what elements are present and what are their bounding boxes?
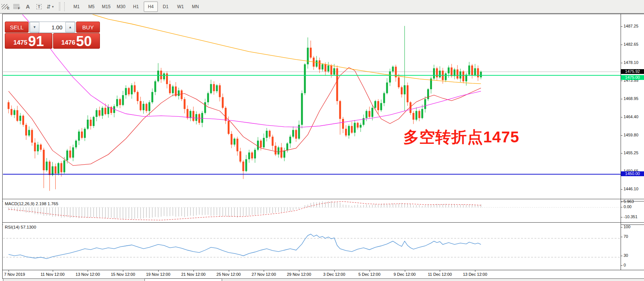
- candle-down: [274, 146, 276, 154]
- background-window-top-2[interactable]: [222, 278, 644, 281]
- candle-up: [304, 64, 306, 93]
- candle-down: [146, 104, 147, 111]
- rsi-axis-label-tick: [621, 256, 622, 256]
- candle-up: [316, 60, 318, 67]
- time-axis-tick: [53, 270, 53, 272]
- candle-down: [31, 130, 33, 143]
- candle-up: [371, 108, 373, 117]
- candle-up: [292, 130, 294, 137]
- price-axis-label: 1473.55: [624, 78, 638, 83]
- time-axis-tick: [475, 270, 475, 272]
- price-axis-label: 1450.65: [624, 169, 638, 173]
- candle-up: [157, 71, 159, 81]
- candle-up: [360, 125, 362, 127]
- candle-up: [421, 109, 423, 118]
- candle-up: [189, 111, 191, 118]
- candle-down: [213, 84, 215, 91]
- ma-fast-red-line: [9, 68, 481, 166]
- buy-button[interactable]: BUY: [76, 22, 100, 33]
- price-axis-label: 1459.80: [624, 133, 638, 137]
- candle-down: [401, 87, 403, 94]
- candle-up: [46, 162, 48, 170]
- candle-down: [25, 125, 27, 136]
- dropdown-caret-icon[interactable]: ▾: [52, 5, 54, 9]
- sell-price-display[interactable]: 1475 91: [5, 33, 52, 49]
- timeframe-button-h4[interactable]: H4: [144, 1, 158, 12]
- background-window-top-1[interactable]: [3, 278, 145, 281]
- macd-axis-label-tick: [621, 217, 622, 217]
- timeframe-button-m30[interactable]: M30: [114, 1, 128, 12]
- time-axis[interactable]: 7 Nov 201911 Nov 12:0013 Nov 12:0015 Nov…: [3, 270, 644, 278]
- candle-up: [348, 126, 350, 136]
- price-badge-1450.00: 1450.00: [621, 171, 644, 176]
- macd-signal-line: [9, 201, 481, 220]
- time-axis-tick: [229, 270, 229, 272]
- candle-up: [84, 129, 86, 138]
- time-axis-tick: [123, 270, 123, 272]
- sell-button[interactable]: SELL: [5, 22, 29, 33]
- candle-up: [328, 65, 329, 71]
- candle-down: [471, 65, 473, 75]
- time-axis-tick: [88, 270, 88, 272]
- candle-down: [225, 108, 227, 121]
- candle-down: [310, 48, 312, 58]
- time-axis-tick: [405, 270, 405, 272]
- letter-t-glyph: T: [36, 4, 42, 9]
- candle-down: [69, 151, 71, 158]
- time-axis-label: 19 Nov 12:00: [146, 272, 170, 277]
- timeframe-button-m1[interactable]: M1: [69, 1, 84, 12]
- price-axis-label: 1464.40: [624, 114, 638, 119]
- candle-up: [234, 139, 235, 145]
- candle-up: [75, 140, 77, 147]
- hatch-lines-e-icon[interactable]: E: [0, 1, 11, 12]
- buy-price-display[interactable]: 1476 50: [53, 33, 100, 49]
- timeframe-button-m5[interactable]: M5: [84, 1, 98, 12]
- candle-down: [166, 73, 168, 84]
- candle-up: [204, 102, 206, 113]
- text-label-icon[interactable]: A: [23, 1, 33, 12]
- ma-slow-orange-line: [85, 14, 481, 84]
- text-box-icon[interactable]: T: [34, 1, 44, 12]
- rsi-panel-plot[interactable]: [3, 225, 621, 270]
- candle-up: [125, 88, 127, 95]
- candle-up: [207, 93, 209, 102]
- volume-input[interactable]: 1.00: [39, 22, 65, 32]
- time-axis-tick: [193, 270, 194, 272]
- timeframe-button-d1[interactable]: D1: [159, 1, 173, 12]
- price-axis-label-tick: [621, 189, 622, 190]
- candle-down: [398, 77, 400, 87]
- timeframe-button-m15[interactable]: M15: [99, 1, 113, 12]
- candle-up: [245, 159, 247, 171]
- candle-up: [374, 101, 376, 108]
- time-axis-label: 21 Nov 12:00: [181, 272, 205, 277]
- time-axis-label: 27 Nov 12:00: [252, 272, 276, 277]
- candle-up: [107, 107, 109, 114]
- rsi-line: [9, 234, 481, 259]
- volume-decrease-button[interactable]: ▼: [30, 22, 39, 32]
- candle-up: [143, 104, 144, 110]
- timeframe-button-w1[interactable]: W1: [173, 1, 188, 12]
- candle-down: [134, 85, 136, 92]
- cycle-arrows-icon[interactable]: ⇵ ▾: [45, 1, 55, 12]
- candle-up: [333, 68, 335, 75]
- price-axis-label: 1482.65: [624, 42, 638, 46]
- candle-up: [301, 93, 303, 125]
- candle-down: [357, 123, 359, 127]
- timeframe-button-mn[interactable]: MN: [188, 1, 202, 12]
- candle-down: [49, 162, 51, 175]
- price-axis-label: 1455.25: [624, 151, 638, 155]
- candle-up: [416, 111, 417, 120]
- candle-down: [140, 101, 142, 110]
- candle-down: [325, 64, 326, 71]
- time-axis-tick: [370, 270, 370, 272]
- rsi-label: RSI(14) 57.1300: [5, 225, 36, 229]
- time-axis-label: 13 Nov 12:00: [76, 272, 100, 277]
- volume-increase-button[interactable]: ▲: [65, 22, 75, 32]
- timeframe-button-h1[interactable]: H1: [129, 1, 143, 12]
- candle-up: [13, 110, 15, 115]
- candle-down: [462, 71, 464, 81]
- grid-f-icon[interactable]: F: [12, 1, 22, 12]
- macd-panel-plot[interactable]: [3, 201, 621, 222]
- candle-down: [228, 121, 230, 134]
- time-axis-label: 7 Nov 2019: [4, 272, 25, 277]
